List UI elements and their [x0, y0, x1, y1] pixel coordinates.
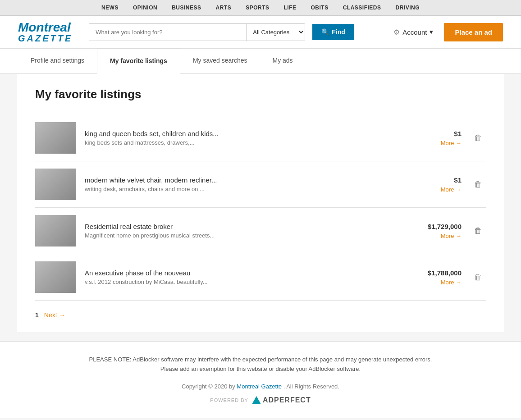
listing-more-link[interactable]: More → [441, 186, 462, 193]
listing-info: An executive phase of the nouveau v.s.l.… [85, 269, 398, 285]
listing-thumbnail [35, 169, 76, 200]
topnav-item-life[interactable]: LIFE [277, 0, 304, 15]
listing-description: Magnificent home on prestigious musical … [85, 232, 398, 239]
site-footer: PLEASE NOTE: AdBlocker software may inte… [0, 341, 521, 418]
listing-price-area: $1 More → [407, 176, 462, 193]
listing-description: king beds sets and mattresses, drawers,.… [85, 139, 398, 146]
copyright-suffix: . All Rights Reserved. [283, 383, 339, 390]
search-input[interactable] [89, 24, 246, 41]
logo-line1: Montreal [18, 20, 71, 34]
topnav-item-obits[interactable]: OBITS [304, 0, 336, 15]
account-button[interactable]: ⚙ Account ▾ [388, 24, 439, 40]
listing-price-area: $1 More → [407, 130, 462, 146]
main-content: My favorite listings king and queen beds… [17, 74, 504, 332]
trash-icon: 🗑 [474, 273, 482, 282]
listing-description: writing desk, armchairs, chairs and more… [85, 186, 398, 192]
page-title: My favorite listings [35, 87, 486, 101]
listing-price-area: $1,729,000 More → [407, 223, 462, 239]
topnav-item-business[interactable]: BUSINESS [165, 0, 208, 15]
header-right: ⚙ Account ▾ Place an ad [388, 23, 503, 41]
tab-my-favorite-listings[interactable]: My favorite listings [97, 49, 180, 74]
next-link[interactable]: Next → [44, 311, 65, 319]
tab-profile-and-settings[interactable]: Profile and settings [18, 49, 97, 73]
find-button[interactable]: 🔍 Find [312, 24, 354, 40]
topnav-item-sports[interactable]: SPORTS [238, 0, 276, 15]
listing-item: modern white velvet chair, modern reclin… [35, 161, 486, 208]
top-navigation: NEWSOPINIONBUSINESSARTSSPORTSLIFEOBITSCL… [0, 0, 521, 16]
tab-my-ads[interactable]: My ads [260, 49, 306, 73]
powered-by: POWERED BY adperfect [18, 396, 503, 404]
delete-listing-button[interactable]: 🗑 [471, 271, 486, 284]
place-ad-button[interactable]: Place an ad [444, 23, 503, 41]
footer-note: PLEASE NOTE: AdBlocker software may inte… [80, 355, 441, 374]
listing-price: $1 [407, 176, 462, 184]
find-label: Find [332, 28, 345, 36]
logo-line2: Gazette [18, 34, 73, 43]
listing-item: king and queen beds set, children and ki… [35, 115, 486, 161]
powered-by-label: POWERED BY [210, 397, 248, 403]
topnav-item-classifieds[interactable]: CLASSIFIEDS [336, 0, 388, 15]
copyright-text: Copyright © 2020 by [182, 383, 235, 390]
site-logo[interactable]: Montreal Gazette [18, 21, 73, 43]
delete-listing-button[interactable]: 🗑 [471, 178, 486, 191]
topnav-item-arts[interactable]: ARTS [208, 0, 238, 15]
listing-price: $1 [407, 130, 462, 137]
listing-item: Residential real estate broker Magnifice… [35, 208, 486, 254]
adperfect-logo: adperfect [252, 396, 311, 404]
listing-more-link[interactable]: More → [441, 140, 462, 146]
topnav-item-driving[interactable]: DRIVING [388, 0, 427, 15]
listing-description: v.s.l. 2012 construction by MiCasa. beau… [85, 278, 398, 285]
thumbnail-image [35, 122, 76, 154]
trash-icon: 🗑 [474, 226, 482, 235]
listing-title: Residential real estate broker [85, 223, 398, 230]
adperfect-text: adperfect [263, 396, 311, 404]
listing-thumbnail [35, 261, 76, 293]
trash-icon: 🗑 [474, 180, 482, 189]
copyright-link[interactable]: Montreal Gazette [237, 383, 282, 390]
listing-more-link[interactable]: More → [441, 279, 462, 286]
listing-thumbnail [35, 215, 76, 247]
listing-price: $1,788,000 [407, 269, 462, 277]
listing-more-link[interactable]: More → [441, 233, 462, 239]
listing-price: $1,729,000 [407, 223, 462, 230]
listing-title: modern white velvet chair, modern reclin… [85, 176, 398, 184]
search-icon: 🔍 [321, 28, 329, 36]
listing-info: king and queen beds set, children and ki… [85, 130, 398, 146]
thumbnail-image [35, 215, 76, 247]
listing-info: modern white velvet chair, modern reclin… [85, 176, 398, 192]
listing-title: king and queen beds set, children and ki… [85, 130, 398, 137]
thumbnail-image [35, 169, 76, 200]
account-label: Account [402, 28, 427, 36]
gear-icon: ⚙ [393, 28, 400, 37]
listing-price-area: $1,788,000 More → [407, 269, 462, 286]
pagination: 1 Next → [35, 311, 486, 319]
topnav-item-opinion[interactable]: OPINION [126, 0, 165, 15]
delete-listing-button[interactable]: 🗑 [471, 132, 486, 145]
current-page: 1 [35, 311, 39, 319]
topnav-item-news[interactable]: NEWS [94, 0, 126, 15]
footer-copyright: Copyright © 2020 by Montreal Gazette . A… [18, 383, 503, 390]
category-select[interactable]: All Categories [246, 24, 305, 41]
site-header: Montreal Gazette All Categories 🔍 Find ⚙… [0, 16, 521, 49]
adperfect-triangle-icon [252, 396, 261, 404]
tabs-container: Profile and settingsMy favorite listings… [0, 49, 521, 74]
listing-item: An executive phase of the nouveau v.s.l.… [35, 254, 486, 301]
delete-listing-button[interactable]: 🗑 [471, 224, 486, 237]
search-bar: All Categories [89, 23, 305, 41]
listing-title: An executive phase of the nouveau [85, 269, 398, 277]
listings-list: king and queen beds set, children and ki… [35, 115, 486, 301]
listing-info: Residential real estate broker Magnifice… [85, 223, 398, 239]
tab-my-saved-searches[interactable]: My saved searches [180, 49, 260, 73]
listing-thumbnail [35, 122, 76, 154]
thumbnail-image [35, 261, 76, 293]
chevron-down-icon: ▾ [430, 28, 433, 36]
trash-icon: 🗑 [474, 133, 482, 142]
